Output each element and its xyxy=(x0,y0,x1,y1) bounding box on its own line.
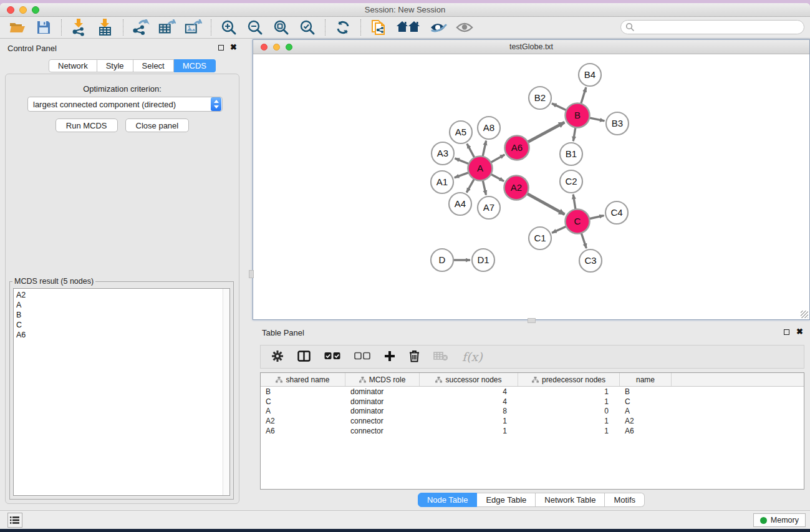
graph-edge[interactable] xyxy=(527,193,564,214)
table-cell[interactable]: A6 xyxy=(261,427,345,435)
graph-edge[interactable] xyxy=(552,226,566,233)
table-cell[interactable]: A2 xyxy=(620,417,672,425)
table-cell[interactable]: 8 xyxy=(420,407,518,415)
add-column-icon[interactable] xyxy=(384,351,395,364)
list-item[interactable]: C xyxy=(16,320,227,330)
tab-select[interactable]: Select xyxy=(133,59,174,72)
tab-mcds[interactable]: MCDS xyxy=(174,59,216,72)
graph-node[interactable]: C xyxy=(566,210,590,234)
import-network-icon[interactable] xyxy=(70,19,88,36)
table-cell[interactable]: dominator xyxy=(345,407,420,415)
graph-edge[interactable] xyxy=(589,216,604,219)
table-cell[interactable]: A6 xyxy=(620,427,672,435)
table-row[interactable]: Adominator80A xyxy=(261,407,804,417)
houses-icon[interactable] xyxy=(396,19,421,36)
graph-edge[interactable] xyxy=(528,122,564,142)
table-cell[interactable]: A xyxy=(261,407,345,415)
tab-style[interactable]: Style xyxy=(97,59,133,72)
table-cell[interactable]: C xyxy=(620,397,672,406)
export-network-icon[interactable] xyxy=(132,19,150,36)
column-layout-icon[interactable] xyxy=(297,351,311,364)
network-window-titlebar[interactable]: testGlobe.txt xyxy=(253,40,809,54)
column-header-mcds-role[interactable]: MCDS role xyxy=(345,373,420,386)
memory-button[interactable]: Memory xyxy=(753,513,806,527)
export-image-icon[interactable] xyxy=(185,19,202,36)
graph-edge[interactable] xyxy=(455,173,469,178)
table-row[interactable]: Bdominator41B xyxy=(261,387,804,397)
graph-node[interactable]: B3 xyxy=(606,112,629,135)
task-history-button[interactable] xyxy=(7,513,22,528)
table-cell[interactable]: 0 xyxy=(518,407,620,415)
zoom-selected-icon[interactable] xyxy=(299,19,316,36)
list-item[interactable]: B xyxy=(16,310,227,320)
table-cell[interactable]: dominator xyxy=(345,387,420,396)
copy-network-icon[interactable] xyxy=(370,19,387,36)
select-all-checkboxes-icon[interactable] xyxy=(324,352,340,362)
graph-node[interactable]: B1 xyxy=(560,143,582,165)
float-panel-icon[interactable] xyxy=(218,45,224,51)
table-row[interactable]: Cdominator41C xyxy=(261,397,804,407)
left-divider-handle[interactable] xyxy=(249,270,254,278)
refresh-icon[interactable] xyxy=(334,19,352,36)
deselect-all-checkboxes-icon[interactable] xyxy=(354,352,370,362)
list-item[interactable]: A2 xyxy=(16,290,227,300)
graph-node[interactable]: D1 xyxy=(472,249,494,271)
graph-edge[interactable] xyxy=(483,141,486,157)
delete-column-icon[interactable] xyxy=(409,350,420,364)
mcds-result-scrollbar[interactable] xyxy=(223,289,229,495)
table-cell[interactable]: A2 xyxy=(261,417,345,425)
graph-node[interactable]: C2 xyxy=(560,170,582,193)
column-header-name[interactable]: name xyxy=(620,373,672,386)
close-panel-button[interactable]: Close panel xyxy=(125,118,190,132)
table-cell[interactable]: C xyxy=(261,397,345,406)
column-header-successor-nodes[interactable]: successor nodes xyxy=(420,373,518,386)
table-cell[interactable]: dominator xyxy=(345,397,420,406)
graph-node[interactable]: A5 xyxy=(450,121,472,143)
column-header-shared-name[interactable]: shared name xyxy=(261,373,345,386)
graph-node[interactable]: A7 xyxy=(478,196,500,219)
column-header-predecessor-nodes[interactable]: predecessor nodes xyxy=(518,373,620,386)
table-row[interactable]: A2connector11A2 xyxy=(261,416,804,426)
tab-network-table[interactable]: Network Table xyxy=(536,493,605,507)
zoom-in-icon[interactable] xyxy=(220,19,238,36)
graph-edge[interactable] xyxy=(491,174,504,181)
resize-grip[interactable] xyxy=(801,311,808,318)
table-cell[interactable]: 1 xyxy=(518,397,620,406)
zoom-out-icon[interactable] xyxy=(246,19,264,36)
node-table[interactable]: shared name MCDS role successor nodes xyxy=(260,372,804,490)
close-table-panel-icon[interactable]: ✖ xyxy=(796,329,803,335)
table-cell[interactable]: 4 xyxy=(420,397,518,406)
graph-node[interactable]: C1 xyxy=(529,227,551,249)
graph-node[interactable]: B4 xyxy=(579,64,601,86)
graph-node[interactable]: A2 xyxy=(504,176,529,200)
save-icon[interactable] xyxy=(35,19,52,36)
optimization-criterion-select[interactable]: largest connected component (directed) xyxy=(27,97,223,112)
graph-node[interactable]: A6 xyxy=(505,136,529,160)
search-input[interactable] xyxy=(620,20,804,34)
graph-node[interactable]: A4 xyxy=(449,193,471,215)
graph-edge[interactable] xyxy=(552,104,566,110)
network-graph[interactable]: AA1A2A3A4A5A6A7A8BB1B2B3B4CC1C2C3C4DD1 xyxy=(253,54,809,319)
table-cell[interactable]: B xyxy=(620,387,672,396)
table-cell[interactable]: 1 xyxy=(518,387,620,396)
graph-edge[interactable] xyxy=(581,87,586,104)
graph-node[interactable]: D xyxy=(431,249,453,271)
table-cell[interactable]: connector xyxy=(345,427,420,435)
table-cell[interactable]: B xyxy=(261,387,345,396)
graph-node[interactable]: A3 xyxy=(432,142,454,165)
open-folder-icon[interactable] xyxy=(9,19,26,36)
eye-icon[interactable] xyxy=(456,19,473,36)
eye-slash-icon[interactable] xyxy=(430,19,447,36)
tab-network[interactable]: Network xyxy=(49,59,97,72)
graph-edge[interactable] xyxy=(589,118,604,121)
import-table-icon[interactable] xyxy=(97,19,114,36)
table-cell[interactable]: 4 xyxy=(420,387,518,396)
close-panel-icon[interactable]: ✖ xyxy=(230,44,237,51)
run-mcds-button[interactable]: Run MCDS xyxy=(55,118,118,132)
graph-edge[interactable] xyxy=(573,195,576,210)
graph-node[interactable]: C3 xyxy=(579,249,602,272)
graph-edge[interactable] xyxy=(466,179,474,193)
graph-edge[interactable] xyxy=(573,127,576,141)
graph-edge[interactable] xyxy=(581,233,586,248)
tab-node-table[interactable]: Node Table xyxy=(418,493,478,507)
